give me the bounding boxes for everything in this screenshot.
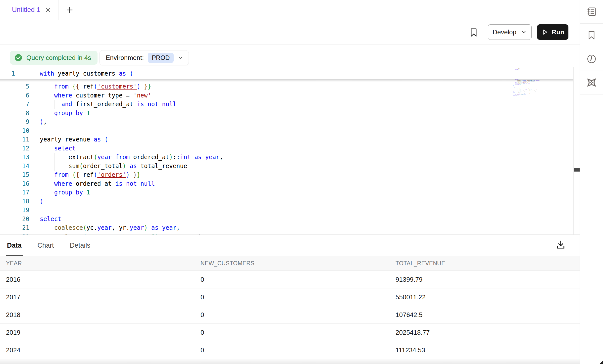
- code-line-text: select: [40, 215, 61, 224]
- code-line[interactable]: 16 where ordered_at is not null: [0, 179, 572, 188]
- develop-dropdown[interactable]: Develop: [488, 24, 532, 40]
- code-line-text: select: [40, 144, 76, 153]
- code-line[interactable]: 11yearly_revenue as (: [0, 135, 572, 144]
- right-sidebar: [580, 0, 603, 364]
- plus-icon: [66, 6, 73, 14]
- line-number: 6: [0, 91, 29, 100]
- code-line-text: extract(year from ordered_at)::int as ye…: [40, 153, 223, 162]
- download-button[interactable]: [555, 238, 569, 252]
- table-cell: 2019: [6, 324, 20, 341]
- notebook-icon: [586, 6, 597, 17]
- editor-scrollbar-track: [573, 67, 580, 234]
- check-circle-icon: [14, 53, 23, 62]
- code-line[interactable]: 22 coalesce(yc.new_customers, 0) as new_…: [0, 232, 572, 235]
- new-tab-button[interactable]: [58, 0, 81, 20]
- code-line[interactable]: 6 where customer_type = 'new': [0, 91, 572, 100]
- editor-lines: 5 from {{ ref('customers') }}6 where cus…: [0, 82, 573, 234]
- table-cell: 0: [201, 288, 204, 306]
- line-number: 9: [0, 117, 29, 126]
- editor-scrollbar-handle[interactable]: [574, 168, 580, 172]
- sql-code-editor[interactable]: 1with yearly_customers as ( 5 from {{ re…: [0, 67, 580, 234]
- results-table-body: 2016091399.7920170550011.2220180107642.5…: [0, 271, 580, 359]
- code-line[interactable]: 18): [0, 197, 572, 206]
- sidebar-item-history[interactable]: [580, 47, 603, 71]
- column-header[interactable]: TOTAL_REVENUE: [396, 256, 445, 271]
- code-line-text: group by 1: [40, 188, 90, 197]
- environment-select[interactable]: Environment: PROD: [100, 50, 189, 65]
- toolbar: Develop Run: [0, 20, 580, 45]
- code-line[interactable]: 12 select: [0, 144, 572, 153]
- code-line-text: sum(order_total) as total_revenue: [40, 162, 187, 171]
- tab-label: Untitled 1: [12, 6, 40, 14]
- code-line-text: yearly_revenue as (: [40, 135, 108, 144]
- table-row: 2016091399.79: [0, 271, 580, 288]
- code-line[interactable]: 19: [0, 206, 572, 215]
- table-cell: 2017: [6, 288, 20, 306]
- code-line-text: from {{ ref('customers') }}: [40, 82, 151, 91]
- tab-untitled-1[interactable]: Untitled 1: [0, 0, 58, 20]
- sidebar-item-notebook[interactable]: [580, 0, 603, 24]
- sidebar-item-bookmarks[interactable]: [580, 24, 603, 47]
- code-line[interactable]: 20select: [0, 215, 572, 224]
- line-number: 10: [0, 126, 29, 135]
- line-number: 20: [0, 215, 29, 224]
- results-tab-details[interactable]: Details: [69, 235, 92, 256]
- window-resize-grip[interactable]: [600, 361, 603, 364]
- environment-value-badge: PROD: [148, 53, 174, 63]
- results-panel: DataChartDetails YEARNEW_CUSTOMERSTOTAL_…: [0, 234, 580, 364]
- column-header[interactable]: NEW_CUSTOMERS: [201, 256, 254, 271]
- environment-label: Environment:: [106, 54, 144, 62]
- query-status-text: Query completed in 4s: [26, 54, 91, 62]
- code-line[interactable]: 13 extract(year from ordered_at)::int as…: [0, 153, 572, 162]
- line-number: 11: [0, 135, 29, 144]
- play-icon: [541, 29, 548, 36]
- code-line[interactable]: 17 group by 1: [0, 188, 572, 197]
- sticky-scroll-line[interactable]: 1with yearly_customers as (: [0, 70, 573, 79]
- bookmark-icon: [586, 30, 597, 41]
- table-cell: 550011.22: [396, 288, 426, 306]
- sidebar-item-lineage[interactable]: [580, 71, 603, 94]
- results-table-header: YEARNEW_CUSTOMERSTOTAL_REVENUE: [0, 256, 580, 271]
- code-line[interactable]: 14 sum(order_total) as total_revenue: [0, 162, 572, 171]
- code-line[interactable]: 5 from {{ ref('customers') }}: [0, 82, 572, 91]
- table-row: 20170550011.22: [0, 288, 580, 306]
- results-tab-chart[interactable]: Chart: [37, 235, 55, 256]
- line-number: 18: [0, 197, 29, 206]
- line-number: 14: [0, 162, 29, 171]
- line-number: 12: [0, 144, 29, 153]
- table-cell: 0: [201, 341, 204, 359]
- app-window: Untitled 1 Develop: [0, 0, 603, 364]
- code-line[interactable]: 8 group by 1: [0, 109, 572, 118]
- code-line[interactable]: 21 coalesce(yc.year, yr.year) as year,: [0, 223, 572, 232]
- line-number: 1: [0, 70, 29, 77]
- horizontal-scrollbar-track[interactable]: [0, 359, 580, 364]
- line-number: 16: [0, 179, 29, 188]
- code-line[interactable]: 9),: [0, 117, 572, 126]
- code-line[interactable]: 10: [0, 126, 572, 135]
- download-icon: [555, 239, 566, 250]
- run-label: Run: [552, 28, 564, 36]
- close-icon[interactable]: [45, 7, 51, 13]
- query-status-badge: Query completed in 4s: [10, 51, 98, 65]
- run-button[interactable]: Run: [537, 24, 568, 40]
- chevron-down-icon: [520, 29, 527, 35]
- bookmark-button[interactable]: [469, 27, 480, 38]
- table-cell: 0: [201, 324, 204, 341]
- table-cell: 107642.5: [396, 306, 422, 324]
- line-number: 7: [0, 100, 29, 109]
- line-number: 19: [0, 206, 29, 215]
- code-line-text: ),: [40, 117, 47, 126]
- results-tab-data[interactable]: Data: [6, 235, 23, 256]
- line-number: 8: [0, 109, 29, 118]
- table-cell: 91399.79: [396, 271, 422, 288]
- code-line[interactable]: 15 from {{ ref('orders') }}: [0, 170, 572, 179]
- table-cell: 2016: [6, 271, 20, 288]
- code-line[interactable]: 7 and first_ordered_at is not null: [0, 100, 572, 109]
- code-line-text: coalesce(yc.new_customers, 0) as new_cus…: [40, 232, 223, 235]
- table-cell: 0: [201, 306, 204, 324]
- code-line-text: with yearly_customers as (: [40, 70, 133, 77]
- results-tab-bar: DataChartDetails: [6, 235, 91, 256]
- column-header[interactable]: YEAR: [6, 256, 22, 271]
- table-row: 20180107642.5: [0, 306, 580, 324]
- chevron-down-icon: [178, 55, 184, 61]
